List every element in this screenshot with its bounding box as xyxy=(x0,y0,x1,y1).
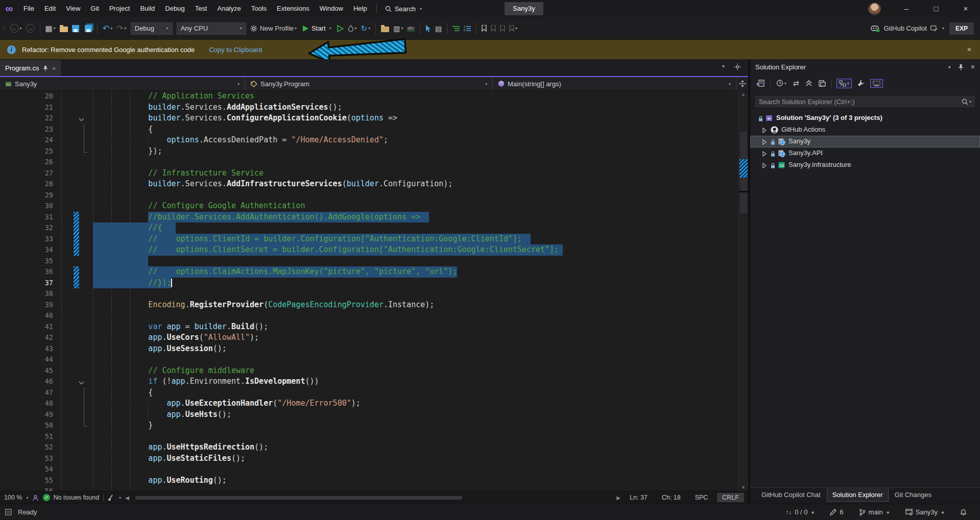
line-number[interactable]: 35 xyxy=(0,256,53,267)
code-line-23[interactable]: 23 { xyxy=(0,124,748,135)
line-number[interactable]: 23 xyxy=(0,124,53,135)
menu-git[interactable]: Git xyxy=(85,0,104,17)
menu-help[interactable]: Help xyxy=(348,0,372,17)
show-all-files-toggle[interactable]: ▾ xyxy=(836,79,852,88)
branch-button[interactable]: main▲ xyxy=(859,508,890,516)
code-line-37[interactable]: 37 //}); xyxy=(0,278,748,289)
paste-format-button[interactable]: ▤ xyxy=(434,22,443,35)
document-list-chevron-icon[interactable]: ▾ xyxy=(722,63,725,70)
tree-item-3[interactable]: Sany3y.API xyxy=(750,147,980,159)
line-number[interactable]: 53 xyxy=(0,453,53,464)
line-number[interactable]: 24 xyxy=(0,135,53,146)
prev-bookmark-button[interactable] xyxy=(489,22,497,35)
panel-tab-github-copilot-chat[interactable]: GitHub Copilot Chat xyxy=(756,488,826,501)
space-mode-indicator[interactable]: SPC xyxy=(690,493,713,502)
scroll-right-icon[interactable]: ▶ xyxy=(616,495,620,501)
start-without-debugging-button[interactable] xyxy=(336,22,345,35)
tree-item-4[interactable]: C#Sany3y.Infrastructure xyxy=(750,159,980,171)
line-number[interactable]: 56 xyxy=(0,486,53,491)
panel-close-icon[interactable]: × xyxy=(971,63,975,71)
code-line-24[interactable]: 24 options.AccessDeniedPath = "/Home/Acc… xyxy=(0,135,748,146)
menu-build[interactable]: Build xyxy=(135,0,160,17)
code-line-22[interactable]: 22 builder.Services.ConfigureApplication… xyxy=(0,113,748,124)
pending-edits-button[interactable]: 6 xyxy=(830,508,843,516)
code-line-45[interactable]: 45 // Configure middleware xyxy=(0,365,748,377)
close-button[interactable]: × xyxy=(954,0,977,17)
line-number[interactable]: 22 xyxy=(0,113,53,124)
line-number[interactable]: 55 xyxy=(0,475,53,486)
menu-file[interactable]: File xyxy=(18,0,39,17)
line-number[interactable]: 28 xyxy=(0,179,53,190)
expand-arrow-icon[interactable] xyxy=(762,162,767,170)
line-number[interactable]: 47 xyxy=(0,387,53,399)
code-line-43[interactable]: 43 app.UseSession(); xyxy=(0,343,748,355)
copy-to-clipboard-link[interactable]: Copy to Clipboard xyxy=(209,46,262,54)
undo-button[interactable]: ↶▾ xyxy=(101,22,114,35)
restart-button[interactable]: ↻▾ xyxy=(360,22,372,35)
experimental-badge[interactable]: EXP xyxy=(949,22,974,35)
menu-edit[interactable]: Edit xyxy=(39,0,61,17)
menu-debug[interactable]: Debug xyxy=(160,0,189,17)
code-line-35[interactable]: 35 xyxy=(0,256,748,267)
tab-program-cs[interactable]: Program.cs × xyxy=(0,60,61,76)
code-line-51[interactable]: 51 xyxy=(0,431,748,442)
panel-tab-solution-explorer[interactable]: Solution Explorer xyxy=(827,488,889,502)
pin-icon[interactable] xyxy=(958,64,964,70)
line-number[interactable]: 52 xyxy=(0,442,53,453)
open-file-button[interactable] xyxy=(58,22,69,35)
tree-item-1[interactable]: GitHub Actions xyxy=(750,124,980,136)
line-number[interactable]: 38 xyxy=(0,288,53,300)
code-line-55[interactable]: 55 app.UseRouting(); xyxy=(0,475,748,486)
line-number[interactable]: 43 xyxy=(0,343,53,355)
menu-window[interactable]: Window xyxy=(315,0,348,17)
github-copilot-button[interactable]: GitHub Copilot ▾ xyxy=(871,24,944,32)
line-number[interactable]: 30 xyxy=(0,201,53,212)
menu-tools[interactable]: Tools xyxy=(246,0,272,17)
menu-project[interactable]: Project xyxy=(104,0,135,17)
expand-arrow-icon[interactable] xyxy=(762,139,767,146)
code-line-39[interactable]: 39 Encoding.RegisterProvider(CodePagesEn… xyxy=(0,300,748,311)
column-indicator[interactable]: Ch: 18 xyxy=(657,493,686,502)
line-number[interactable]: 20 xyxy=(0,91,53,102)
nav-forward-button[interactable]: → xyxy=(25,22,36,35)
line-number[interactable]: 33 xyxy=(0,234,53,245)
scroll-left-icon[interactable]: ◀ xyxy=(125,495,129,501)
code-line-31[interactable]: 31 //builder.Services.AddAuthentication(… xyxy=(0,212,748,223)
code-line-48[interactable]: 48 app.UseExceptionHandler("/Home/Error5… xyxy=(0,398,748,409)
notification-close-icon[interactable]: × xyxy=(964,44,975,55)
line-numbers-button[interactable]: 12 xyxy=(462,22,472,35)
bell-icon[interactable] xyxy=(960,509,967,516)
line-number[interactable]: 49 xyxy=(0,409,53,420)
line-number[interactable]: 40 xyxy=(0,310,53,321)
browse-button[interactable] xyxy=(379,22,391,35)
code-line-46[interactable]: 46 if (!app.Environment.IsDevelopment()) xyxy=(0,376,748,387)
window-layout-button[interactable]: ▥▾ xyxy=(392,22,404,35)
clear-bookmarks-button[interactable]: ▾ xyxy=(508,22,519,35)
fold-chevron-icon[interactable] xyxy=(79,379,84,386)
horizontal-scrollbar-thumb[interactable] xyxy=(135,496,462,500)
code-line-50[interactable]: 50 } xyxy=(0,420,748,431)
code-line-26[interactable]: 26 xyxy=(0,157,748,168)
toggle-bookmark-button[interactable] xyxy=(480,22,488,35)
expand-arrow-icon[interactable] xyxy=(762,127,767,135)
code-line-32[interactable]: 32 //{ xyxy=(0,222,748,234)
line-indicator[interactable]: Ln: 37 xyxy=(625,493,653,502)
line-number[interactable]: 50 xyxy=(0,420,53,431)
line-number[interactable]: 51 xyxy=(0,431,53,442)
code-line-54[interactable]: 54 xyxy=(0,464,748,475)
menu-analyze[interactable]: Analyze xyxy=(212,0,246,17)
line-number[interactable]: 37 xyxy=(0,278,53,289)
code-line-33[interactable]: 33 // options.ClientId = builder.Configu… xyxy=(0,234,748,245)
project-dropdown[interactable]: Sany3y▾ xyxy=(0,77,245,90)
pointer-mode-button[interactable] xyxy=(424,22,433,35)
sync-with-active-document-button[interactable]: ⇄ xyxy=(792,78,800,88)
properties-button[interactable] xyxy=(856,79,866,88)
next-bookmark-button[interactable] xyxy=(498,22,507,35)
code-line-38[interactable]: 38 xyxy=(0,288,748,300)
menu-extensions[interactable]: Extensions xyxy=(272,0,315,17)
track-active-item-toggle[interactable] xyxy=(870,79,883,88)
search-icon[interactable] xyxy=(962,98,968,105)
user-avatar[interactable] xyxy=(868,3,881,15)
menu-test[interactable]: Test xyxy=(190,0,212,17)
code-line-42[interactable]: 42 app.UseCors("AllowAll"); xyxy=(0,332,748,343)
